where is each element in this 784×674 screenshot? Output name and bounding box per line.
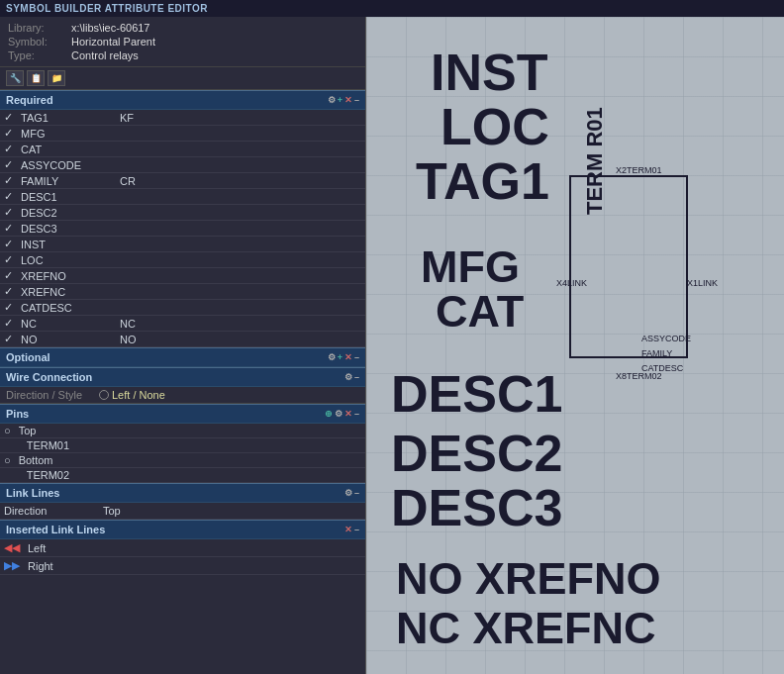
pins-section-header: Pins ⊕ ⚙ ✕ – — [0, 404, 365, 424]
wire-connection-section: Direction / Style Left / None — [0, 387, 365, 404]
canvas-small-label: X2TERM01 — [616, 165, 662, 175]
attr-name: CATDESC — [17, 300, 116, 316]
link-lines-icons: ⚙ – — [344, 488, 359, 498]
type-label: Type: — [8, 49, 65, 61]
canvas-label: INST — [431, 47, 547, 98]
inserted-link-row[interactable]: ◀◀ Left — [0, 539, 365, 557]
pin-row[interactable]: ○ Bottom — [0, 453, 365, 468]
check-icon: ✓ — [0, 126, 17, 142]
info-section: Library: x:\libs\iec-60617 Symbol: Horiz… — [0, 17, 365, 67]
attr-name: DESC3 — [17, 221, 116, 237]
library-label: Library: — [8, 22, 65, 34]
pins-section-icons: ⊕ ⚙ ✕ – — [325, 409, 359, 419]
inserted-name: Left — [24, 539, 300, 557]
check-icon: ✓ — [0, 268, 17, 284]
toolbar: 🔧 📋 📁 — [0, 67, 365, 90]
required-attr-row[interactable]: ✓ INST — [0, 237, 365, 252]
toolbar-btn-2[interactable]: 📋 — [27, 70, 45, 86]
symbol-value: Horizontal Parent — [71, 36, 155, 48]
attr-name: XREFNO — [17, 268, 116, 284]
required-attr-row[interactable]: ✓ NC NC — [0, 316, 365, 332]
canvas-label: NC XREFNC — [396, 606, 656, 650]
canvas-term-rotated: TERM R01 — [582, 107, 608, 215]
required-attr-row[interactable]: ✓ XREFNO — [0, 268, 365, 284]
canvas-label: TAG1 — [416, 155, 549, 207]
required-attr-row[interactable]: ✓ XREFNC — [0, 284, 365, 300]
check-icon: ✓ — [0, 316, 17, 332]
attr-name: INST — [17, 237, 116, 252]
pin-value — [310, 453, 365, 468]
pin-row[interactable]: TERM01 — [0, 438, 365, 453]
required-attr-row[interactable]: ✓ TAG1 KF — [0, 110, 365, 126]
wire-direction-value: Left / None — [99, 389, 165, 401]
symbol-layer: INSTLOCTAG1MFGCATDESC1DESC2DESC3NO XREFN… — [366, 17, 784, 674]
attr-value: NC — [116, 316, 365, 332]
attr-name: MFG — [17, 126, 116, 142]
canvas-label: LOC — [441, 101, 549, 152]
pin-sub-name: TERM02 — [15, 468, 365, 483]
required-attr-row[interactable]: ✓ DESC3 — [0, 221, 365, 237]
wire-direction-label: Direction / Style — [6, 389, 95, 401]
inserted-link-row[interactable]: ▶▶ Right — [0, 557, 365, 575]
check-icon: ✓ — [0, 189, 17, 205]
required-label: Required — [6, 94, 53, 106]
attr-name: DESC1 — [17, 189, 116, 205]
canvas-small-label: X1LINK — [687, 278, 718, 288]
attr-name: TAG1 — [17, 110, 116, 126]
optional-section-header: Optional ⚙ + ✕ – — [0, 347, 365, 367]
check-icon: ✓ — [0, 284, 17, 300]
inserted-value — [300, 557, 365, 575]
required-attr-row[interactable]: ✓ DESC1 — [0, 189, 365, 205]
required-attr-row[interactable]: ✓ LOC — [0, 252, 365, 268]
attr-value: NO — [116, 332, 365, 347]
check-icon: ✓ — [0, 300, 17, 316]
required-attr-row[interactable]: ✓ FAMILY CR — [0, 173, 365, 189]
title-text: SYMBOL BUILDER ATTRIBUTE EDITOR — [6, 3, 208, 14]
optional-label: Optional — [6, 351, 50, 363]
attr-name: CAT — [17, 142, 116, 157]
pin-row[interactable]: ○ Top — [0, 424, 365, 438]
pins-label: Pins — [6, 408, 29, 420]
canvas-panel[interactable]: INSTLOCTAG1MFGCATDESC1DESC2DESC3NO XREFN… — [366, 17, 784, 674]
required-attr-row[interactable]: ✓ MFG — [0, 126, 365, 142]
canvas-label: CAT — [436, 289, 524, 334]
required-attr-row[interactable]: ✓ NO NO — [0, 332, 365, 347]
toolbar-btn-1[interactable]: 🔧 — [6, 70, 24, 86]
canvas-label: MFG — [421, 244, 520, 289]
attr-value — [116, 142, 365, 157]
library-value: x:\libs\iec-60617 — [71, 22, 150, 34]
attr-name: FAMILY — [17, 173, 116, 189]
canvas-label: DESC2 — [391, 428, 562, 479]
inserted-link-lines-label: Inserted Link Lines — [6, 524, 105, 535]
attr-name: NO — [17, 332, 116, 347]
attr-value — [116, 189, 365, 205]
required-attr-row[interactable]: ✓ CAT — [0, 142, 365, 157]
canvas-label: DESC3 — [391, 482, 562, 533]
pin-row[interactable]: TERM02 — [0, 468, 365, 483]
wire-connection-label: Wire Connection — [6, 371, 92, 383]
link-line-row[interactable]: Direction Top — [0, 503, 365, 520]
check-icon: ✓ — [0, 157, 17, 173]
type-value: Control relays — [71, 49, 139, 61]
left-panel: Library: x:\libs\iec-60617 Symbol: Horiz… — [0, 17, 366, 674]
check-icon: ✓ — [0, 142, 17, 157]
pin-name: Bottom — [15, 453, 311, 468]
canvas-small-label: X8TERM02 — [616, 371, 662, 381]
attr-value — [116, 221, 365, 237]
link-value: Top — [99, 503, 365, 520]
attr-name: NC — [17, 316, 116, 332]
required-attr-row[interactable]: ✓ CATDESC — [0, 300, 365, 316]
required-attr-row[interactable]: ✓ DESC2 — [0, 205, 365, 221]
pin-icon: ○ — [0, 424, 15, 438]
attr-value: CR — [116, 173, 365, 189]
check-icon: ✓ — [0, 173, 17, 189]
attr-name: LOC — [17, 252, 116, 268]
attr-value — [116, 126, 365, 142]
required-section-icons: ⚙ + ✕ – — [328, 95, 359, 105]
check-icon: ✓ — [0, 237, 17, 252]
wire-direction-row: Direction / Style Left / None — [0, 387, 365, 403]
optional-section-icons: ⚙ + ✕ – — [328, 352, 359, 362]
required-attr-row[interactable]: ✓ ASSYCODE — [0, 157, 365, 173]
toolbar-btn-3[interactable]: 📁 — [48, 70, 65, 86]
attr-name: ASSYCODE — [17, 157, 116, 173]
